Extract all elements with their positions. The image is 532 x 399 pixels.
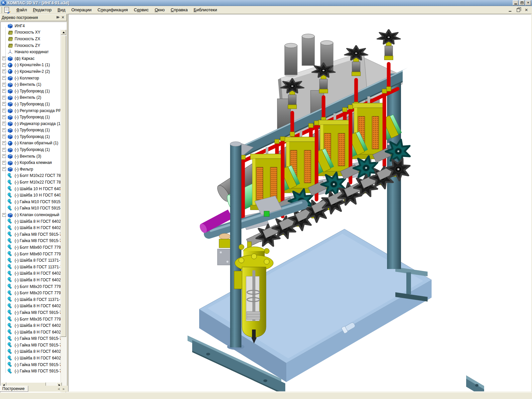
tree-item[interactable]: (-) Гайка М8 ГОСТ 5915-7 xyxy=(1,309,61,316)
base-rail-right-end[interactable] xyxy=(466,375,484,391)
tree-vscrollbar[interactable] xyxy=(61,30,66,394)
tree-item[interactable]: (-) Гайка М8 ГОСТ 5915-7 xyxy=(1,335,61,342)
tree-item[interactable]: Плоскость ZX xyxy=(1,36,61,42)
tree-item[interactable]: Плоскость ZY xyxy=(1,42,61,49)
tree-item[interactable]: (-) Шайба 8 Н ГОСТ 6402- xyxy=(1,277,61,283)
tree-item[interactable]: +(-) Коллектор xyxy=(1,75,61,81)
menu-3[interactable]: Вид xyxy=(55,6,68,13)
tree-item[interactable]: (-) Шайба 8 Н ГОСТ 6402- xyxy=(1,218,61,225)
model-3d[interactable] xyxy=(68,14,531,391)
mdi-restore-icon[interactable] xyxy=(516,8,521,12)
tree-item[interactable]: (-) Гайка М8 ГОСТ 5915-7 xyxy=(1,342,61,348)
expander-icon[interactable]: + xyxy=(2,102,6,106)
expander-icon[interactable]: + xyxy=(2,128,6,132)
tree-item[interactable]: (-) Шайба 8 ГОСТ 11371-7 xyxy=(1,296,61,303)
tree-item[interactable]: (-) Шайба 8 Н ГОСТ 6402- xyxy=(1,355,61,361)
tree-item[interactable]: +(ф) Каркас xyxy=(1,55,61,62)
expander-icon[interactable]: + xyxy=(2,135,6,138)
expander-icon[interactable]: + xyxy=(2,115,6,119)
tree-item[interactable]: (-) Шайба 8 Н ГОСТ 6402- xyxy=(1,303,61,310)
minimize-button[interactable] xyxy=(513,0,518,5)
expander-icon[interactable]: + xyxy=(2,69,6,73)
tree-item[interactable]: (-) Болт М8х60 ГОСТ 7798 xyxy=(1,244,61,251)
tree-item[interactable]: +(-) Клапан обратный (1) xyxy=(1,140,61,147)
tab-next-icon[interactable]: ► xyxy=(62,387,66,391)
tree-item[interactable]: +(-) Трубопровод (1) xyxy=(1,88,61,94)
tree-item[interactable]: +(-) Регулятор расхода РР xyxy=(1,107,61,114)
tree-item[interactable]: (-) Гайка М8 ГОСТ 5915-7 xyxy=(1,368,61,374)
expander-icon[interactable]: + xyxy=(2,96,6,99)
tree-item[interactable]: +(-) Вентиль (2) xyxy=(1,94,61,101)
panel-close-icon[interactable]: ✕ xyxy=(61,15,65,20)
mdi-minimize-icon[interactable] xyxy=(508,8,513,12)
tree-item[interactable]: (-) Болт М8х60 ГОСТ 7798 xyxy=(1,251,61,257)
tree-item[interactable]: (-) Болт М8х20 ГОСТ 7798 xyxy=(1,283,61,290)
tree-item[interactable]: (-) Гайка М8 ГОСТ 5915-7 xyxy=(1,231,61,238)
menu-5[interactable]: Спецификация xyxy=(94,6,131,13)
pin-icon[interactable] xyxy=(56,15,61,20)
expander-icon[interactable]: + xyxy=(2,63,6,67)
expander-icon[interactable]: + xyxy=(2,167,6,171)
tree-item[interactable]: +(-) Трубопровод (1) xyxy=(1,101,61,107)
tree-item[interactable]: +(-) Трубопровод (1) xyxy=(1,133,61,140)
expander-icon[interactable]: + xyxy=(2,161,6,165)
close-button[interactable]: × xyxy=(525,0,531,5)
tree-item[interactable]: (-) Болт М10х22 ГОСТ 780 xyxy=(1,173,61,179)
tree-item[interactable]: +(-) Кронштейн-1 (1) xyxy=(1,62,61,68)
viewport-3d[interactable] xyxy=(68,14,531,392)
tree-item[interactable]: +(-) Трубопровод (1) xyxy=(1,114,61,120)
tree-item[interactable]: (-) Шайба 10 Н ГОСТ 6402 xyxy=(1,192,61,199)
tree-item[interactable]: +(-) Клапан соленоидный ( xyxy=(1,211,61,218)
title-bar[interactable]: K КОМПАС-3D V7 - [ИНГ4-01.a3d] × xyxy=(0,0,532,6)
tab-construction[interactable]: Построение xyxy=(0,386,28,392)
expander-icon[interactable]: + xyxy=(2,89,6,93)
menu-1[interactable]: Файл xyxy=(13,6,30,13)
frame-post-right-base[interactable] xyxy=(387,230,401,269)
tree-root[interactable]: ИНГ4 xyxy=(1,23,61,29)
tab-prev-icon[interactable]: ◄ xyxy=(57,387,60,391)
tree-item[interactable]: (-) Шайба 8 ГОСТ 11371-7 xyxy=(1,257,61,264)
tree-item[interactable]: Начало координат xyxy=(1,49,61,55)
menu-9[interactable]: Библиотеки xyxy=(191,6,220,13)
tree-item[interactable]: +(-) Трубопровод (1) xyxy=(1,146,61,153)
expander-icon[interactable]: + xyxy=(2,213,6,217)
restore-button[interactable] xyxy=(519,0,525,5)
menu-2[interactable]: Редактор xyxy=(30,6,55,13)
document-icon[interactable] xyxy=(3,7,11,13)
tree-item[interactable]: +(-) Кронштейн-2 (2) xyxy=(1,68,61,75)
tree-item[interactable]: +(-) Вентиль (1) xyxy=(1,81,61,88)
tree-item[interactable]: (-) Шайба 8 Н ГОСТ 6402- xyxy=(1,322,61,329)
tree-item[interactable]: +(-) Индикатор расхода (1 xyxy=(1,120,61,127)
scroll-up-icon[interactable] xyxy=(61,30,66,35)
tree-item[interactable]: +(-) Фильтр xyxy=(1,166,61,173)
expander-icon[interactable]: + xyxy=(2,109,6,112)
tree-item[interactable]: (-) Шайба 10 Н ГОСТ 6402 xyxy=(1,186,61,192)
tree-item[interactable]: Плоскость XY xyxy=(1,29,61,36)
tree-item[interactable]: (-) Гайка М8 ГОСТ 5915-7 xyxy=(1,238,61,244)
tree-view[interactable]: ИНГ4Плоскость XYПлоскость ZXПлоскость ZY… xyxy=(0,22,67,394)
expander-icon[interactable]: + xyxy=(2,148,6,152)
mdi-close-icon[interactable]: ✕ xyxy=(524,8,529,12)
tree-item[interactable]: (-) Гайка М10 ГОСТ 5915- xyxy=(1,199,61,205)
tree-item[interactable]: (-) Шайба 8 Н ГОСТ 6402- xyxy=(1,348,61,355)
menu-8[interactable]: Справка xyxy=(168,6,191,13)
expander-icon[interactable]: + xyxy=(2,83,6,86)
vscroll-thumb[interactable] xyxy=(61,36,66,337)
menu-7[interactable]: Окно xyxy=(152,6,168,13)
tree-item[interactable]: (-) Болт М8х35 ГОСТ 7798 xyxy=(1,316,61,323)
tree-item[interactable]: (-) Болт М10х22 ГОСТ 780 xyxy=(1,179,61,186)
menu-4[interactable]: Операции xyxy=(68,6,94,13)
tree-item[interactable]: (-) Гайка М8 ГОСТ 5915-7 xyxy=(1,361,61,368)
tree-item[interactable]: (-) Шайба 8 Н ГОСТ 6402- xyxy=(1,270,61,277)
expander-icon[interactable]: + xyxy=(2,76,6,80)
tree-item[interactable]: (-) Шайба 8 Н ГОСТ 6402- xyxy=(1,329,61,335)
expander-icon[interactable]: + xyxy=(2,57,6,60)
menu-6[interactable]: Сервис xyxy=(131,6,152,13)
tree-item[interactable]: (-) Шайба 8 ГОСТ 11371-7 xyxy=(1,264,61,270)
tree-item[interactable]: +(-) Трубопровод (1) xyxy=(1,127,61,134)
tree-item[interactable]: (-) Болт М8х20 ГОСТ 7798 xyxy=(1,290,61,296)
tree-item[interactable]: +(-) Вентиль (3) xyxy=(1,153,61,160)
tree-item[interactable]: +(-) Коробка клемная xyxy=(1,159,61,166)
expander-icon[interactable]: + xyxy=(2,122,6,125)
expander-icon[interactable]: + xyxy=(2,154,6,158)
